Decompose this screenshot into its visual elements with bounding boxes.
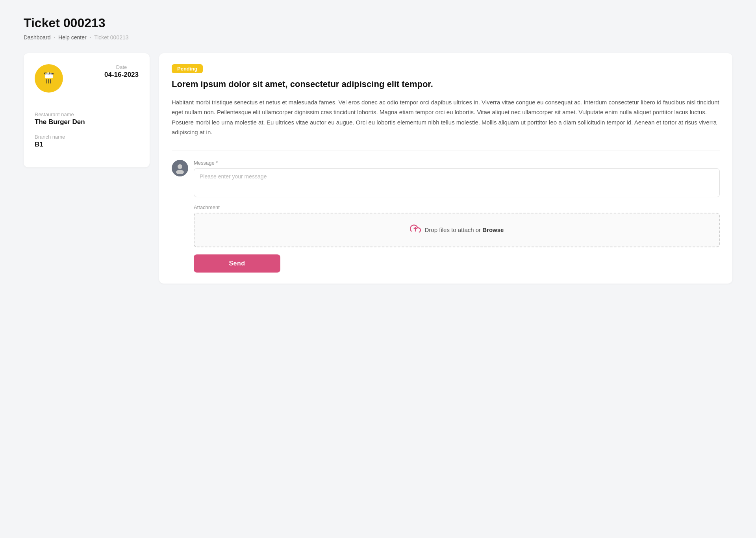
attachment-label: Attachment bbox=[194, 204, 720, 210]
section-divider bbox=[172, 150, 720, 150]
svg-rect-2 bbox=[45, 75, 53, 78]
browse-label[interactable]: Browse bbox=[482, 226, 504, 233]
file-drop-zone[interactable]: Drop files to attach or Browse bbox=[194, 213, 720, 247]
message-field-label: Message * bbox=[194, 160, 720, 166]
ticket-subject: Lorem ipsum dolor sit amet, consectetur … bbox=[172, 79, 720, 90]
breadcrumb-helpcenter[interactable]: Help center bbox=[58, 34, 87, 41]
ticket-info-card: Kitchen Date 04-16-2023 Restaurant name … bbox=[24, 53, 150, 167]
svg-point-8 bbox=[176, 170, 184, 174]
svg-point-7 bbox=[178, 164, 182, 169]
breadcrumb-sep-1: • bbox=[54, 35, 56, 40]
breadcrumb-sep-2: • bbox=[90, 35, 91, 40]
restaurant-name-value: The Burger Den bbox=[35, 118, 139, 126]
send-button[interactable]: Send bbox=[194, 254, 280, 273]
breadcrumb-current: Ticket 000213 bbox=[94, 34, 128, 41]
drop-text: Drop files to attach or bbox=[425, 226, 483, 233]
page-title: Ticket 000213 bbox=[24, 16, 732, 30]
reply-form: Message * Attachment Drop files to attac… bbox=[194, 160, 720, 273]
branch-name-value: B1 bbox=[35, 141, 139, 148]
ticket-body: Habitant morbi tristique senectus et net… bbox=[172, 97, 720, 137]
reply-section: Message * Attachment Drop files to attac… bbox=[172, 160, 720, 273]
message-input[interactable] bbox=[194, 168, 720, 197]
restaurant-logo: Kitchen bbox=[35, 64, 63, 93]
ticket-detail-card: Pending Lorem ipsum dolor sit amet, cons… bbox=[159, 53, 732, 284]
status-badge: Pending bbox=[172, 64, 203, 73]
avatar bbox=[172, 160, 188, 176]
date-label: Date bbox=[104, 64, 139, 70]
drop-zone-text: Drop files to attach or Browse bbox=[425, 226, 504, 233]
date-value: 04-16-2023 bbox=[104, 71, 139, 79]
restaurant-info: Restaurant name The Burger Den bbox=[35, 111, 139, 126]
branch-info: Branch name B1 bbox=[35, 134, 139, 148]
upload-cloud-icon bbox=[410, 224, 421, 236]
main-content: Kitchen Date 04-16-2023 Restaurant name … bbox=[24, 53, 732, 284]
branch-name-label: Branch name bbox=[35, 134, 139, 140]
breadcrumb: Dashboard • Help center • Ticket 000213 bbox=[24, 34, 732, 41]
svg-text:Kitchen: Kitchen bbox=[44, 72, 54, 75]
restaurant-name-label: Restaurant name bbox=[35, 111, 139, 117]
ticket-date-block: Date 04-16-2023 bbox=[104, 64, 139, 79]
breadcrumb-dashboard[interactable]: Dashboard bbox=[24, 34, 51, 41]
